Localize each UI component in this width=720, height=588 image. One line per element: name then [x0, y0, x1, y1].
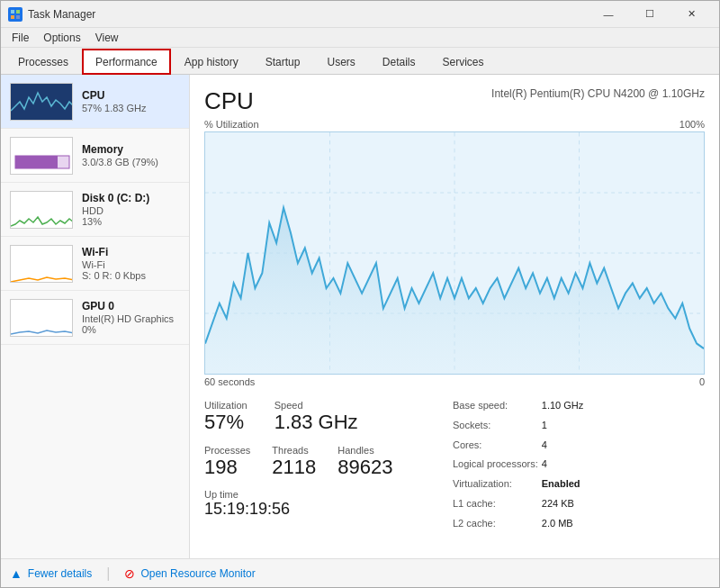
l2-value: 2.0 MB: [542, 514, 587, 534]
l1-label: L1 cache:: [453, 494, 542, 514]
memory-thumbnail: [10, 137, 73, 175]
wifi-speed: S: 0 R: 0 Kbps: [82, 270, 180, 281]
processes-label: Processes: [204, 445, 250, 456]
tab-startup[interactable]: Startup: [252, 49, 314, 75]
sidebar: CPU 57% 1.83 GHz Memory 3.0/3.8 GB (79%): [1, 75, 190, 558]
maximize-button[interactable]: ☐: [629, 1, 670, 28]
tab-users[interactable]: Users: [313, 49, 368, 75]
gpu-model: Intel(R) HD Graphics: [82, 313, 180, 324]
fewer-details-label: Fewer details: [28, 567, 92, 580]
wifi-info: Wi-Fi Wi-Fi S: 0 R: 0 Kbps: [82, 246, 180, 281]
window-title: Task Manager: [28, 8, 588, 21]
processes-block: Processes 198: [204, 441, 250, 483]
utilization-label-2: Utilization: [204, 400, 248, 411]
fewer-details-icon: ▲: [10, 566, 22, 581]
gpu-thumbnail: [10, 299, 73, 337]
cpu-main-title: CPU: [204, 87, 254, 115]
app-icon: [8, 7, 22, 22]
gpu-info: GPU 0 Intel(R) HD Graphics 0%: [82, 300, 180, 335]
svg-rect-5: [15, 156, 58, 168]
tab-app-history[interactable]: App history: [171, 49, 252, 75]
disk-type: HDD: [82, 205, 180, 216]
chart-time-row: 60 seconds 0: [204, 376, 705, 387]
sidebar-item-wifi[interactable]: Wi-Fi Wi-Fi S: 0 R: 0 Kbps: [1, 237, 189, 291]
y-max-label: 100%: [680, 119, 705, 130]
handles-value: 89623: [338, 456, 392, 479]
utilization-label: % Utilization: [204, 119, 259, 130]
threads-label: Threads: [272, 445, 316, 456]
memory-label: Memory: [82, 143, 180, 156]
wifi-type: Wi-Fi: [82, 259, 180, 270]
virtualization-label: Virtualization:: [453, 475, 542, 494]
threads-value: 2118: [272, 456, 316, 479]
tab-performance[interactable]: Performance: [82, 49, 171, 75]
cores-label: Cores:: [453, 436, 542, 456]
disk-label: Disk 0 (C: D:): [82, 192, 180, 204]
time-right: 0: [699, 376, 705, 387]
open-monitor-button[interactable]: ⊘ Open Resource Monitor: [124, 566, 255, 581]
open-monitor-label: Open Resource Monitor: [140, 567, 255, 580]
uptime-value: 15:19:19:56: [204, 500, 453, 519]
disk-thumbnail: [10, 191, 73, 229]
title-bar: Task Manager — ☐ ✕: [1, 1, 719, 28]
task-manager-window: Task Manager — ☐ ✕ File Options View Pro…: [0, 0, 720, 588]
memory-stats: 3.0/3.8 GB (79%): [82, 157, 180, 167]
cores-value: 4: [542, 436, 587, 456]
processes-value: 198: [204, 456, 250, 479]
utilization-block: Utilization 57%: [204, 396, 248, 438]
footer: ▲ Fewer details | ⊘ Open Resource Monito…: [1, 558, 719, 587]
base-speed-label: Base speed:: [453, 396, 542, 416]
footer-divider: |: [106, 565, 110, 582]
menu-file[interactable]: File: [4, 30, 36, 46]
sidebar-item-disk[interactable]: Disk 0 (C: D:) HDD 13%: [1, 183, 189, 237]
cpu-header: CPU Intel(R) Pentium(R) CPU N4200 @ 1.10…: [204, 87, 705, 115]
handles-block: Handles 89623: [338, 441, 392, 483]
menu-options[interactable]: Options: [36, 30, 87, 46]
wifi-thumbnail: [10, 245, 73, 283]
speed-block: Speed 1.83 GHz: [274, 396, 358, 438]
speed-value: 1.83 GHz: [274, 411, 358, 434]
sidebar-item-cpu[interactable]: CPU 57% 1.83 GHz: [1, 75, 189, 129]
disk-info: Disk 0 (C: D:) HDD 13%: [82, 192, 180, 227]
right-specs: Base speed: 1.10 GHz Sockets: 1 Cores: 4: [453, 396, 705, 534]
handles-label: Handles: [338, 445, 392, 456]
cpu-label: CPU: [82, 89, 180, 102]
memory-info: Memory 3.0/3.8 GB (79%): [82, 143, 180, 167]
logical-label: Logical processors:: [453, 455, 542, 475]
left-stats: Utilization 57% Speed 1.83 GHz Processes…: [204, 396, 453, 534]
bottom-stats: Utilization 57% Speed 1.83 GHz Processes…: [204, 396, 705, 534]
utilization-value: 57%: [204, 411, 248, 434]
base-speed-value: 1.10 GHz: [542, 396, 587, 416]
menu-view[interactable]: View: [88, 30, 126, 46]
svg-rect-1: [16, 10, 20, 14]
tab-details[interactable]: Details: [369, 49, 429, 75]
disk-value: 13%: [82, 216, 180, 227]
content-area: CPU 57% 1.83 GHz Memory 3.0/3.8 GB (79%): [1, 75, 719, 558]
svg-rect-3: [16, 15, 20, 19]
sockets-label: Sockets:: [453, 416, 542, 436]
cpu-thumbnail: [10, 83, 73, 121]
gpu-value: 0%: [82, 324, 180, 335]
monitor-icon: ⊘: [124, 566, 135, 581]
close-button[interactable]: ✕: [670, 1, 712, 28]
svg-rect-0: [11, 10, 14, 14]
svg-rect-2: [11, 15, 14, 19]
tab-services[interactable]: Services: [429, 49, 498, 75]
sidebar-item-memory[interactable]: Memory 3.0/3.8 GB (79%): [1, 129, 189, 183]
main-panel: CPU Intel(R) Pentium(R) CPU N4200 @ 1.10…: [190, 75, 719, 558]
minimize-button[interactable]: —: [588, 1, 629, 28]
fewer-details-button[interactable]: ▲ Fewer details: [10, 566, 92, 581]
sockets-value: 1: [542, 416, 587, 436]
uptime-label: Up time: [204, 489, 453, 500]
menu-bar: File Options View: [1, 28, 719, 48]
sidebar-item-gpu[interactable]: GPU 0 Intel(R) HD Graphics 0%: [1, 291, 189, 345]
l1-value: 224 KB: [542, 494, 587, 514]
tab-processes[interactable]: Processes: [4, 49, 82, 75]
cpu-chart: [204, 131, 705, 375]
gpu-label: GPU 0: [82, 300, 180, 312]
threads-block: Threads 2118: [272, 441, 316, 483]
chart-labels: % Utilization 100%: [204, 119, 705, 130]
cpu-model-name: Intel(R) Pentium(R) CPU N4200 @ 1.10GHz: [491, 87, 705, 100]
l2-label: L2 cache:: [453, 514, 542, 534]
cpu-stats: 57% 1.83 GHz: [82, 103, 180, 113]
